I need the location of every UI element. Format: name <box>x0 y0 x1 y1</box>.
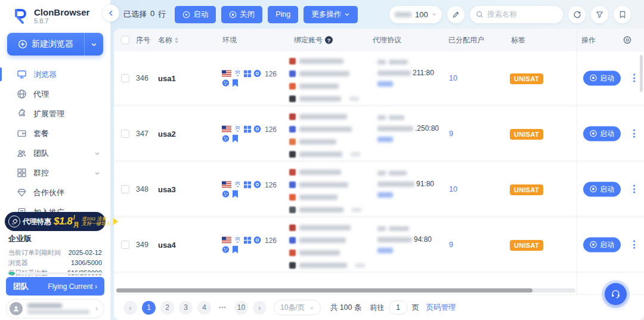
row-more-menu[interactable] <box>631 72 637 84</box>
page-button-3[interactable]: 3 <box>179 301 193 315</box>
chrome-icon <box>253 181 261 189</box>
user-account-card[interactable]: › <box>6 299 104 318</box>
edit-group-button[interactable] <box>447 6 465 23</box>
table-row[interactable]: 347 usa2 126 <box>114 107 644 162</box>
bookmark-flag-icon <box>232 245 239 253</box>
row-more-menu[interactable] <box>631 128 637 140</box>
chrome-icon <box>590 241 597 248</box>
page-button-last[interactable]: 10 <box>234 301 248 315</box>
horizontal-scrollbar-track[interactable] <box>116 288 575 293</box>
chevron-down-icon <box>432 11 436 17</box>
team-label: 团队 <box>13 281 29 292</box>
header-action: 操作 <box>581 35 596 45</box>
sidebar-item-team[interactable]: 团队 <box>0 143 110 163</box>
row-start-button[interactable]: 启动 <box>583 181 621 196</box>
windows-icon <box>244 70 251 77</box>
redacted-proxy-link <box>377 248 393 253</box>
redacted-proxy-link <box>377 192 393 198</box>
proxy-info: 94:80 <box>377 226 455 257</box>
pagination-bar: ‹ 1 2 3 4 ••• 10 › 10条/页 共 100 条 前往 页 页码… <box>114 294 644 320</box>
page-button-4[interactable]: 4 <box>197 301 211 315</box>
row-start-button[interactable]: 启动 <box>583 126 621 141</box>
select-all-checkbox[interactable] <box>121 36 129 44</box>
row-checkbox[interactable] <box>121 185 129 193</box>
table-row[interactable]: 349 usa4 126 <box>114 218 644 273</box>
row-checkbox[interactable] <box>121 241 129 249</box>
plan-expiry-label: 当前订单到期时间 <box>8 248 61 258</box>
search-icon <box>476 11 484 19</box>
chevron-down-icon <box>94 170 100 176</box>
row-more-menu[interactable] <box>631 239 637 251</box>
cookie-icon <box>222 190 230 198</box>
horizontal-scrollbar-thumb[interactable] <box>116 288 532 293</box>
page-button-1[interactable]: 1 <box>142 301 156 315</box>
filter-button[interactable] <box>591 6 608 23</box>
sidebar-collapse-button[interactable] <box>103 5 119 21</box>
team-switch-button[interactable]: 团队 Flying Current › <box>6 277 104 296</box>
page-ellipsis[interactable]: ••• <box>216 301 230 315</box>
help-icon[interactable]: ? <box>325 36 333 44</box>
ping-button[interactable]: Ping <box>268 6 298 23</box>
assigned-users-link[interactable]: 10 <box>449 74 457 82</box>
search-input[interactable] <box>487 10 553 19</box>
sidebar-item-proxy[interactable]: 代理 <box>0 84 110 104</box>
total-count: 共 100 条 <box>330 303 362 313</box>
chrome-icon <box>590 130 597 137</box>
sidebar-item-group-control[interactable]: 群控 <box>0 163 110 183</box>
redacted-proxy-link <box>377 137 393 142</box>
us-flag-icon <box>222 181 231 188</box>
bookmark-button[interactable] <box>614 6 631 23</box>
sidebar-item-browsers[interactable]: 浏览器 <box>0 64 110 84</box>
us-flag-icon <box>222 70 231 77</box>
vertical-scrollbar[interactable] <box>640 55 643 92</box>
assigned-users-link[interactable]: 9 <box>449 241 453 249</box>
fingerprint-icon <box>234 236 242 244</box>
row-checkbox[interactable] <box>121 130 129 138</box>
assigned-users-link[interactable]: 9 <box>449 130 453 138</box>
group-select[interactable]: 100 <box>389 6 442 23</box>
row-start-button[interactable]: 启动 <box>583 237 621 252</box>
page-manage-link[interactable]: 页码管理 <box>426 303 456 313</box>
proxy-promo-banner[interactable]: 代理特惠 $1.8 /月 送10G 流量 支持一键导入 <box>5 212 106 231</box>
table-row[interactable]: 348 usa3 126 <box>114 162 644 218</box>
prev-page-button[interactable]: ‹ <box>123 301 137 315</box>
sidebar-item-plans[interactable]: 套餐 <box>0 124 110 143</box>
sidebar-item-extensions[interactable]: 扩展管理 <box>0 104 110 124</box>
grid-icon <box>17 168 27 178</box>
header-users: 已分配用户 <box>448 35 484 45</box>
chrome-icon <box>590 75 597 82</box>
chevron-down-icon <box>344 11 350 17</box>
sidebar-item-label: 扩展管理 <box>33 109 64 119</box>
group-select-value: 100 <box>415 10 428 19</box>
bound-accounts <box>289 166 361 216</box>
tag-badge: UNISAT <box>510 240 543 251</box>
goto-suffix: 页 <box>412 303 419 313</box>
start-button[interactable]: 启动 <box>175 6 216 23</box>
new-browser-button[interactable]: 新建浏览器 <box>7 33 103 56</box>
assigned-users-link[interactable]: 10 <box>449 185 457 193</box>
page-button-2[interactable]: 2 <box>160 301 174 315</box>
wallet-icon <box>17 128 27 139</box>
row-start-button[interactable]: 启动 <box>583 70 621 85</box>
per-page-select[interactable]: 10条/页 <box>274 300 321 315</box>
row-more-menu[interactable] <box>631 183 637 195</box>
row-checkbox[interactable] <box>121 74 129 82</box>
close-button[interactable]: 关闭 <box>221 6 262 23</box>
funnel-icon <box>596 11 603 19</box>
next-page-button[interactable]: › <box>253 301 267 315</box>
sidebar-item-partners[interactable]: 合作伙伴 <box>0 183 110 202</box>
new-browser-dropdown[interactable] <box>84 33 103 56</box>
table-row[interactable]: 346 usa1 126 <box>114 51 644 107</box>
team-name: Flying Current › <box>48 282 97 291</box>
chevron-down-icon <box>91 41 97 48</box>
more-actions-button[interactable]: 更多操作 <box>304 6 358 23</box>
sidebar-item-label: 群控 <box>33 168 49 179</box>
support-float-button[interactable] <box>605 283 627 305</box>
column-settings-button[interactable] <box>623 35 632 45</box>
bookmark-flag-icon <box>232 190 239 198</box>
plan-browsers-value: 1306/5000 <box>71 258 102 268</box>
refresh-button[interactable] <box>568 6 586 23</box>
sort-icon[interactable] <box>175 37 178 43</box>
goto-page-input[interactable] <box>389 300 408 315</box>
sidebar-nav: 浏览器 代理 扩展管理 套餐 <box>0 64 110 222</box>
